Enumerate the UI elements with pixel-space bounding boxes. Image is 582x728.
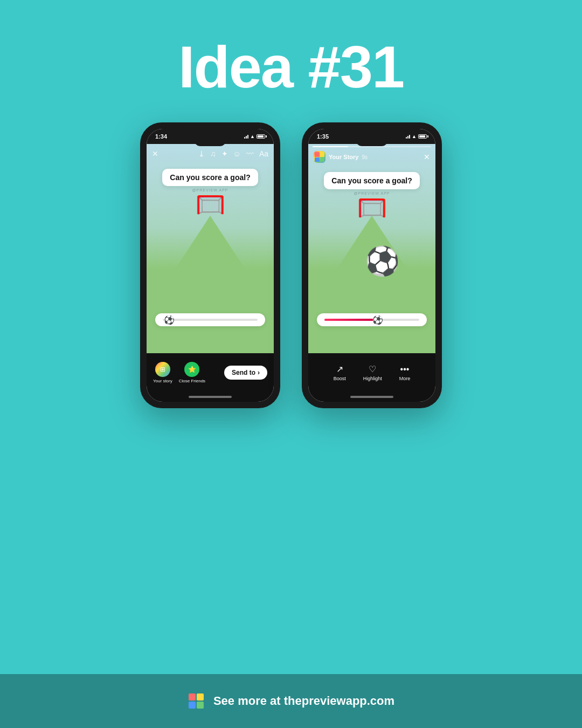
phone2-home-bar [350, 396, 393, 398]
phone2-slider-fill [324, 319, 377, 321]
svg-marker-0 [147, 216, 274, 313]
phone1-home-bar [189, 396, 232, 398]
phone1-your-story-avatar: ⊞ [155, 362, 170, 377]
footer-text: See more at thepreviewapp.com [213, 694, 394, 708]
phone1-send-to-button[interactable]: Send to › [224, 366, 267, 380]
phone2-status-icons: ▲ [406, 134, 427, 139]
phone2-more-item[interactable]: ••• More [399, 365, 411, 381]
logo-cell-3 [315, 157, 320, 162]
phone1-goal-net: 🥅 [196, 190, 225, 218]
phone1-close-friends-item[interactable]: ⭐ Close Friends [179, 362, 205, 383]
phone2-notch [356, 138, 388, 146]
header: Idea #31 [0, 0, 582, 122]
phone1-slider[interactable]: ⚽ [155, 313, 265, 326]
phone2-bottom-bar: ↗ Boost ♡ Highlight ••• More [308, 353, 435, 392]
phone1-slider-thumb[interactable]: ⚽ [164, 315, 175, 325]
phone1-wifi-icon: ▲ [250, 134, 255, 139]
phones-container: 1:34 ▲ ✕ ⤓ ♫ [119, 122, 463, 674]
phone1-download-icon[interactable]: ⤓ [198, 149, 205, 158]
phone1-send-arrow-icon: › [258, 369, 260, 376]
phone2-slider[interactable]: ⚽ [317, 313, 427, 326]
phone1-bottom-bar: ⊞ Your story ⭐ Close Friends Send to › [147, 353, 274, 392]
phone1-avatars: ⊞ Your story ⭐ Close Friends [153, 362, 205, 383]
phone1-story-content: Can you score a goal? @PREVIEW.APP 🥅 ⚽ [147, 163, 274, 353]
phone2-story-info: Your Story 9s [314, 151, 368, 163]
phone2-signal [406, 134, 410, 139]
phone2-wifi-icon: ▲ [412, 134, 417, 139]
phone2-slider-track: ⚽ [324, 319, 419, 321]
phone1-battery-icon [257, 134, 265, 139]
phone1-music-icon[interactable]: ♫ [210, 149, 216, 158]
phone1-close-friends-avatar: ⭐ [184, 362, 199, 377]
phone1-home-indicator [147, 392, 274, 402]
phone1-editor-icons: ⤓ ♫ ✦ ☺ 〰 Aa [198, 149, 268, 158]
phone2-viewer-bar: Your Story 9s ✕ [308, 147, 435, 167]
footer-logo-cell-3 [189, 702, 196, 709]
page-title: Idea #31 [0, 32, 582, 101]
phone1-close-friends-label: Close Friends [179, 379, 205, 383]
phone2-boost-item[interactable]: ↗ Boost [334, 364, 346, 381]
phone1-close-friends-icon: ⭐ [188, 366, 196, 373]
phone2-boost-label: Boost [334, 376, 346, 381]
phone1-sticker-icon[interactable]: ☺ [233, 149, 241, 158]
footer-logo-cell-1 [189, 693, 196, 700]
phone2-home-indicator [308, 392, 435, 402]
footer: See more at thepreviewapp.com [0, 674, 582, 728]
phone1-slider-track: ⚽ [163, 319, 258, 321]
phone-1: 1:34 ▲ ✕ ⤓ ♫ [140, 122, 280, 408]
phone2-story-name: Your Story [329, 154, 358, 160]
phone2-story-question: Can you score a goal? [324, 172, 419, 189]
phone-2: 1:35 ▲ [302, 122, 442, 408]
phone2-slider-thumb[interactable]: ⚽ [372, 315, 383, 325]
phone1-your-story-avatar-icon: ⊞ [160, 366, 165, 373]
phone2-story-content: Can you score a goal? @PREVIEW.APP 🥅 ⚽ [308, 167, 435, 353]
phone1-story-question: Can you score a goal? [162, 169, 258, 186]
footer-logo-cell-2 [197, 693, 204, 700]
phone2-highlight-item[interactable]: ♡ Highlight [363, 364, 382, 381]
phone2-goal-net: 🥅 [357, 194, 387, 222]
phone1-your-story-item[interactable]: ⊞ Your story [153, 362, 172, 383]
phone1-story-area: ✕ ⤓ ♫ ✦ ☺ 〰 Aa Can you score a goal? @PR… [147, 144, 274, 353]
logo-cell-2 [320, 152, 325, 157]
footer-logo-cell-4 [197, 702, 204, 709]
logo-cell-1 [315, 152, 320, 157]
phone1-send-to-label: Send to [232, 369, 255, 376]
phone1-inner: 1:34 ▲ ✕ ⤓ ♫ [147, 129, 274, 402]
phone2-battery-icon [418, 134, 427, 139]
phone1-text-icon[interactable]: Aa [259, 149, 268, 158]
phone2-highlight-icon: ♡ [369, 364, 376, 374]
phone1-draw-icon[interactable]: 〰 [246, 149, 254, 158]
phone1-move-icon[interactable]: ✦ [221, 149, 228, 158]
phone1-signal [244, 134, 248, 139]
phone1-your-story-label: Your story [153, 379, 172, 383]
phone2-close-icon[interactable]: ✕ [424, 153, 430, 161]
phone2-story-area: Your Story 9s ✕ Can you score a goal? @P… [308, 144, 435, 353]
phone1-editor-bar: ✕ ⤓ ♫ ✦ ☺ 〰 Aa [147, 144, 274, 163]
phone2-boost-icon: ↗ [336, 364, 343, 374]
phone2-highlight-label: Highlight [363, 376, 382, 381]
phone1-notch [194, 138, 226, 146]
phone2-more-icon: ••• [400, 365, 410, 374]
phone2-soccer-ball-float: ⚽ [365, 245, 400, 278]
phone2-more-label: More [399, 376, 411, 381]
phone1-time: 1:34 [155, 133, 167, 140]
phone2-preview-logo [314, 151, 325, 163]
logo-cell-4 [320, 157, 325, 162]
phone2-time: 1:35 [317, 133, 329, 140]
phone2-inner: 1:35 ▲ [308, 129, 435, 402]
footer-logo [188, 692, 205, 710]
phone2-story-time: 9s [362, 154, 368, 160]
phone1-status-icons: ▲ [244, 134, 265, 139]
phone1-close-icon[interactable]: ✕ [152, 149, 158, 158]
